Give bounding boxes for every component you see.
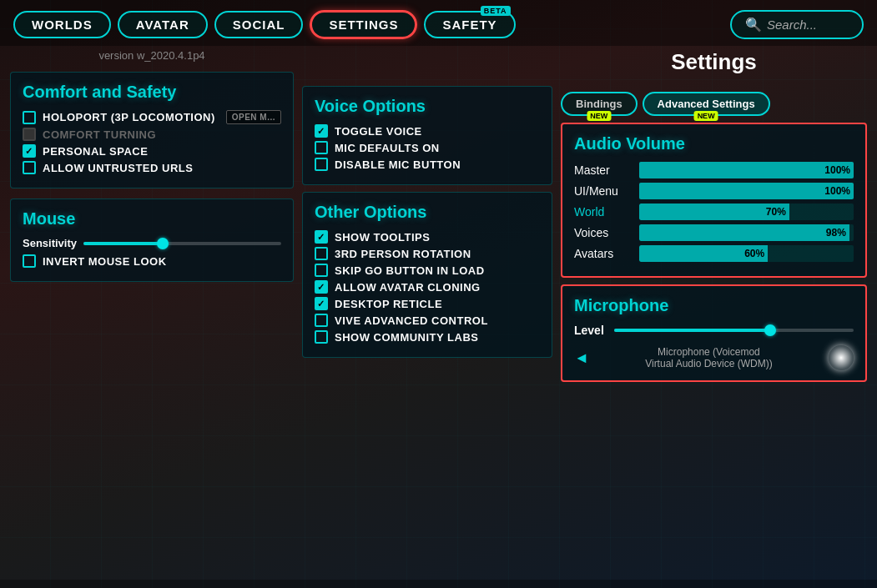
invert-label: INVERT MOUSE LOOK (43, 255, 167, 268)
nav-safety[interactable]: SAFETY BETA (424, 11, 515, 38)
audio-row-master: Master 100% (574, 162, 854, 178)
mic-level-indicator (829, 345, 854, 370)
center-panel: Voice Options TOGGLE VOICE MIC DEFAULTS … (302, 46, 552, 573)
version-area: version w_2020.4.1p4 (10, 46, 294, 65)
audio-avatars-bar[interactable]: 60% (639, 245, 854, 262)
nav-avatar[interactable]: AVATAR (118, 11, 208, 38)
nav-settings[interactable]: SETTINGS (310, 10, 417, 39)
audio-master-label: Master (574, 163, 633, 177)
page-title-area: Settings (561, 46, 867, 82)
audio-volume-section: Audio Volume Master 100% UI/Menu 100% Wo… (561, 123, 867, 278)
mic-prev-button[interactable]: ◄ (574, 349, 589, 367)
cb-mic-defaults[interactable]: MIC DEFAULTS ON (315, 141, 540, 154)
tab-row: Bindings NEW Advanced Settings NEW (561, 88, 867, 116)
cb-show-tooltips-box[interactable] (315, 230, 328, 244)
cb-untrusted-urls-box[interactable] (23, 161, 36, 174)
sensitivity-row: Sensitivity (23, 237, 281, 249)
cb-skip-go-box[interactable] (315, 264, 328, 277)
cb-3rd-person[interactable]: 3RD PERSON ROTATION (315, 247, 540, 260)
mic-device-name: Microphone (VoicemodVirtual Audio Device… (596, 346, 822, 369)
audio-row-world: World 70% (574, 204, 854, 220)
cb-holoport-box[interactable] (23, 111, 36, 124)
advanced-new-badge: NEW (694, 111, 718, 121)
cb-invert-mouse-box[interactable] (23, 254, 36, 268)
beta-badge: BETA (481, 6, 511, 16)
audio-world-label: World (574, 205, 633, 219)
microphone-section: Microphone Level ◄ Microphone (VoicemodV… (561, 284, 867, 382)
nav-worlds[interactable]: WORLDS (13, 11, 111, 38)
cb-mic-defaults-box[interactable] (315, 141, 328, 154)
audio-voices-bar[interactable]: 98% (639, 224, 854, 241)
sensitivity-slider[interactable] (83, 242, 281, 245)
sensitivity-label: Sensitivity (23, 237, 77, 249)
mic-level-label: Level (574, 324, 607, 337)
cb-community-labs-box[interactable] (315, 330, 328, 344)
cb-comfort-turning[interactable]: COMFORT TURNING (23, 128, 281, 141)
tab-advanced[interactable]: Advanced Settings NEW (643, 92, 770, 116)
cb-untrusted-urls[interactable]: ALLOW UNTRUSTED URLS (23, 161, 281, 174)
main-content: version w_2020.4.1p4 Comfort and Safety … (0, 46, 877, 580)
audio-row-avatars: Avatars 60% (574, 245, 854, 262)
audio-uimenu-label: UI/Menu (574, 184, 633, 198)
cb-skip-go[interactable]: SKIP GO BUTTON IN LOAD (315, 264, 540, 277)
audio-master-bar[interactable]: 100% (639, 162, 854, 178)
cb-3rd-person-box[interactable] (315, 247, 328, 260)
voice-options-section: Voice Options TOGGLE VOICE MIC DEFAULTS … (302, 86, 552, 185)
mic-level-slider[interactable] (614, 329, 854, 332)
mic-level-row: Level (574, 324, 854, 337)
mic-device-row: ◄ Microphone (VoicemodVirtual Audio Devi… (574, 345, 854, 370)
cb-desktop-reticle[interactable]: DESKTOP RETICLE (315, 297, 540, 310)
audio-voices-label: Voices (574, 226, 633, 239)
search-icon: 🔍 (745, 17, 762, 33)
cb-toggle-voice[interactable]: TOGGLE VOICE (315, 124, 540, 138)
cb-community-labs[interactable]: SHOW COMMUNITY LABS (315, 330, 540, 344)
comfort-safety-title: Comfort and Safety (23, 83, 281, 102)
cb-avatar-cloning-box[interactable] (315, 280, 328, 294)
cb-avatar-cloning[interactable]: ALLOW AVATAR CLONING (315, 280, 540, 294)
audio-uimenu-bar[interactable]: 100% (639, 183, 854, 199)
cb-personal-space[interactable]: PERSONAL SPACE (23, 144, 281, 158)
cb-disable-mic-box[interactable] (315, 158, 328, 171)
audio-world-bar[interactable]: 70% (639, 204, 854, 220)
page-title: Settings (671, 49, 757, 74)
other-options-section: Other Options SHOW TOOLTIPS 3RD PERSON R… (302, 192, 552, 358)
bindings-new-badge: NEW (587, 111, 611, 121)
tab-bindings[interactable]: Bindings NEW (561, 92, 638, 116)
cb-vive-advanced[interactable]: VIVE ADVANCED CONTROL (315, 314, 540, 327)
cb-desktop-reticle-box[interactable] (315, 297, 328, 310)
cb-show-tooltips[interactable]: SHOW TOOLTIPS (315, 230, 540, 244)
comfort-safety-section: Comfort and Safety HOLOPORT (3P Locomoti… (10, 72, 294, 188)
search-placeholder: Search... (767, 18, 817, 32)
version-text: version w_2020.4.1p4 (98, 49, 204, 62)
search-bar[interactable]: 🔍 Search... (730, 10, 864, 39)
audio-avatars-label: Avatars (574, 247, 633, 260)
other-options-title: Other Options (315, 203, 540, 222)
left-panel: version w_2020.4.1p4 Comfort and Safety … (10, 46, 294, 573)
cb-invert-mouse[interactable]: INVERT MOUSE LOOK (23, 254, 281, 268)
mic-title: Microphone (574, 296, 854, 315)
cb-holoport[interactable]: HOLOPORT (3P Locomotion) OPEN M... (23, 110, 281, 124)
audio-row-voices: Voices 98% (574, 224, 854, 241)
voice-title: Voice Options (315, 97, 540, 116)
cb-disable-mic[interactable]: DISABLE MIC BUTTON (315, 158, 540, 171)
mouse-section: Mouse Sensitivity INVERT MOUSE LOOK (10, 199, 294, 282)
nav-social[interactable]: SOCIAL (214, 11, 304, 38)
top-nav: WORLDS AVATAR SOCIAL SETTINGS SAFETY BET… (0, 0, 877, 46)
mouse-title: Mouse (23, 209, 281, 229)
right-panel: Settings Bindings NEW Advanced Settings … (561, 46, 867, 573)
cb-personal-space-box[interactable] (23, 144, 36, 158)
audio-volume-title: Audio Volume (574, 134, 854, 153)
cb-comfort-turning-box[interactable] (23, 128, 36, 141)
cb-toggle-voice-box[interactable] (315, 124, 328, 138)
audio-row-uimenu: UI/Menu 100% (574, 183, 854, 199)
bottom-bar: LOGOUT EXIT VRCHAT UPGRADE ACCOUNT (0, 580, 877, 588)
cb-vive-advanced-box[interactable] (315, 314, 328, 327)
